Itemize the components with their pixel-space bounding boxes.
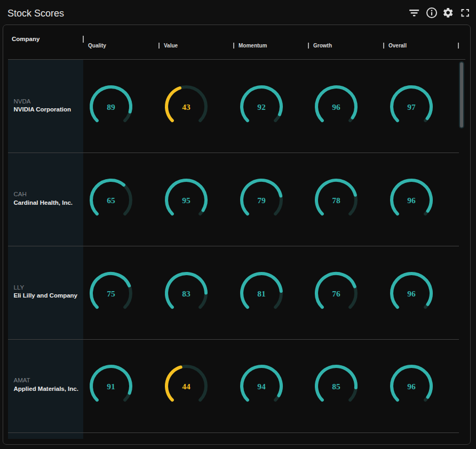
svg-text:79: 79	[257, 195, 266, 204]
svg-text:91: 91	[107, 382, 115, 391]
svg-text:43: 43	[182, 102, 191, 111]
svg-text:81: 81	[257, 288, 266, 298]
svg-text:78: 78	[332, 195, 341, 204]
svg-text:75: 75	[107, 288, 115, 298]
svg-text:44: 44	[182, 382, 191, 391]
svg-text:92: 92	[257, 102, 266, 111]
svg-text:96: 96	[408, 288, 416, 298]
svg-text:95: 95	[182, 195, 191, 204]
svg-text:89: 89	[107, 102, 115, 111]
svg-text:96: 96	[408, 195, 416, 204]
svg-text:83: 83	[182, 288, 191, 298]
svg-text:94: 94	[257, 382, 266, 391]
svg-text:65: 65	[107, 195, 115, 204]
svg-text:76: 76	[332, 288, 341, 298]
svg-text:96: 96	[332, 102, 341, 111]
svg-text:97: 97	[408, 102, 416, 111]
svg-text:85: 85	[332, 382, 341, 391]
svg-text:96: 96	[408, 382, 416, 391]
